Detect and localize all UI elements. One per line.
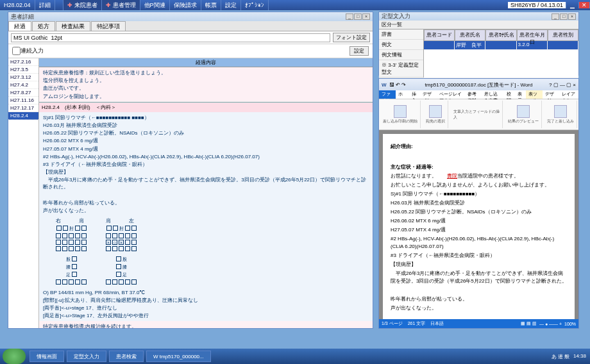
app-menubar: H28.02.04 詳細 ✚来院患者 ✚患者管理 他P関連 保険請求 帳票 設定…	[0, 0, 590, 10]
status-lang[interactable]: 日本語	[430, 320, 444, 327]
win-close-icon[interactable]: ×	[362, 13, 370, 20]
win-max-icon[interactable]: □	[560, 13, 568, 20]
task-item[interactable]: 情報画面	[30, 351, 64, 362]
word-menu-tdesign[interactable]: デザイン	[543, 90, 559, 99]
status-words[interactable]: 261 文字	[408, 320, 426, 327]
font-settings-button[interactable]: フォント設定	[333, 33, 370, 42]
menubar-blank[interactable]	[55, 0, 63, 10]
win-close-icon[interactable]: ×	[568, 13, 576, 20]
settings-button[interactable]: 設定	[350, 46, 369, 56]
ribbon-start-icon[interactable]	[394, 105, 407, 118]
word-statusbar: 1/3 ページ 261 文字 日本語 ▦ ▤ ▥ — ● —— + 100%	[379, 319, 578, 328]
col-pcode[interactable]: 患者コード	[424, 29, 455, 41]
start-button[interactable]	[3, 349, 26, 364]
zoom-level[interactable]: 100%	[564, 322, 576, 326]
date-item[interactable]: H27.3.12	[8, 74, 38, 81]
soap-block: S)#1 関節リウマチ（←■■■■■■■■■■■ ■■■■） H26.03月 福…	[39, 112, 373, 322]
nav-def-type[interactable]: ※ 3-3' 定義型定型文	[379, 60, 423, 78]
word-page-area[interactable]: 紹介理由: 主な症状・経過等: お世話になります。 貴院当院通院中の患者様です。…	[379, 130, 578, 319]
menubar-detail[interactable]: 詳細	[35, 0, 55, 10]
tab-prescription[interactable]: 処方	[32, 21, 55, 31]
word-icon: W	[382, 82, 387, 88]
word-menu-tabletools[interactable]: 表ツール	[526, 90, 543, 99]
task-item[interactable]: 定型文入力	[67, 351, 106, 362]
windows-taskbar: 情報画面 定型文入力 患者検索 W tmp5170_000000... あ 連 …	[0, 349, 590, 364]
win-max-icon[interactable]: □	[354, 13, 362, 20]
date-item[interactable]: H27.8.27	[8, 89, 38, 97]
word-menu-layout[interactable]: ページレイアウト	[437, 90, 465, 99]
date-item[interactable]: H27.3.5	[8, 66, 38, 74]
joint-chart: 右 肩 肘 股 膝 足	[43, 215, 369, 288]
win-min-icon[interactable]: _	[552, 13, 559, 20]
close-icon[interactable]: ✕	[579, 2, 590, 8]
minimize-icon[interactable]: ▁	[566, 2, 579, 8]
col-pname[interactable]: 患者氏名	[455, 29, 485, 41]
ime-status[interactable]: あ 連 般	[552, 353, 569, 360]
nav-sample[interactable]: 例文	[379, 40, 423, 50]
word-help-icon[interactable]: ? ▢ — ▢ ×	[549, 82, 576, 88]
template-title: 定型文入力	[382, 12, 410, 21]
word-menu-file[interactable]: ファイル	[379, 90, 396, 99]
continuous-input-checkbox[interactable]	[12, 47, 21, 55]
tab-progress[interactable]: 経過	[8, 21, 31, 31]
col-pdob[interactable]: 患者生年月日	[517, 29, 548, 41]
menubar-options[interactable]: ｵﾌﾟｼｮﾝ	[241, 0, 269, 10]
word-menu-design[interactable]: デザイン	[420, 90, 437, 99]
word-page[interactable]: 紹介理由: 主な症状・経過等: お世話になります。 貴院当院通院中の患者様です。…	[383, 134, 575, 319]
guidance-block: 特定疾患療養指導：規則正しい生活を送りましょう。 塩分摂取を控えましょう。 血圧…	[39, 67, 373, 102]
task-item-word[interactable]: W tmp5170_000000...	[146, 351, 211, 362]
date-item-selected[interactable]: H28.2.4	[8, 112, 38, 120]
word-menu-view[interactable]: 表示	[515, 90, 526, 99]
word-menu-tlayout[interactable]: レイアウト	[559, 90, 578, 99]
menubar-visiting-patients[interactable]: ✚来院患者	[63, 0, 102, 10]
template-titlebar: 定型文入力 _□×	[379, 12, 578, 21]
win-min-icon[interactable]: _	[346, 13, 353, 20]
patient-row-selected[interactable]: 岸野 良平 3.2.0	[424, 41, 578, 50]
guidance-footer: 特定疾患療養指導:内服治療を続けます。	[39, 321, 373, 328]
word-titlebar: W 🖫 ↶ ↷ tmp5170_0000000187.doc [互換モード] -…	[379, 79, 578, 90]
patient-grid[interactable]: 患者コード 患者氏名 患者ｶﾅ氏名 患者生年月日 患者性別 岸野 良平 3.2.…	[424, 29, 578, 78]
date-item[interactable]: H27.12.17	[8, 104, 38, 112]
desktop: H28.02.04 詳細 ✚来院患者 ✚患者管理 他P関連 保険請求 帳票 設定…	[0, 0, 590, 364]
nav-sample-info[interactable]: 例文情報	[379, 50, 423, 60]
continuous-input-label: 連続入力	[21, 47, 44, 55]
col-psex[interactable]: 患者性別	[548, 29, 578, 41]
font-input[interactable]	[11, 33, 330, 42]
menubar-insurance[interactable]: 保険請求	[170, 0, 201, 10]
menubar-settings[interactable]: 設定	[221, 0, 241, 10]
menubar-other-related[interactable]: 他P関連	[140, 0, 170, 10]
status-page[interactable]: 1/3 ページ	[382, 320, 403, 327]
menubar-patient-mgmt[interactable]: ✚患者管理	[102, 0, 140, 10]
word-menu-review[interactable]: 校閲	[504, 90, 515, 99]
col-pkana[interactable]: 患者ｶﾅ氏名	[485, 29, 516, 41]
word-window: W 🖫 ↶ ↷ tmp5170_0000000187.doc [互換モード] -…	[378, 78, 579, 329]
merge-field: 貴院	[447, 173, 457, 179]
clock[interactable]: 14:38	[573, 353, 586, 360]
visit-date-list[interactable]: H27.2.16 H27.3.5 H27.3.12 H27.4.2 H27.8.…	[8, 58, 39, 328]
word-menu-insert[interactable]: 挿入	[409, 90, 420, 99]
tab-notes[interactable]: 特記事項	[91, 21, 126, 31]
ribbon-recipients-icon[interactable]	[429, 105, 442, 118]
zoom-slider[interactable]: — ● —— +	[539, 322, 562, 326]
system-id: SH826YB / 04.13.01	[508, 2, 566, 8]
ribbon-finish-icon[interactable]	[554, 105, 567, 118]
nav-dict[interactable]: 辞書	[379, 29, 423, 40]
menubar-date: H28.02.04	[0, 0, 35, 10]
date-item[interactable]: H27.11.16	[8, 97, 38, 104]
date-item[interactable]: H27.4.2	[8, 81, 38, 89]
view-icons[interactable]: ▦ ▤ ▥	[521, 321, 537, 326]
word-menu: ファイル ホーム 挿入 デザイン ページレイアウト 参考資料 差し込み文書 校閲…	[379, 90, 578, 99]
menubar-reports[interactable]: 帳票	[201, 0, 221, 10]
word-menu-ref[interactable]: 参考資料	[465, 90, 482, 99]
word-menu-home[interactable]: ホーム	[396, 90, 409, 99]
word-ribbon: 差し込み印刷の開始 宛先の選択 文章入力とフィールドの挿入 結果のプレビュー 完…	[379, 99, 578, 130]
emr-titlebar: 患者詳細 _□×	[8, 12, 373, 21]
emr-window: 患者詳細 _□× 経過 処方 検査結果 特記事項 フォント設定 連続入力 設定 …	[8, 12, 373, 329]
tab-labresults[interactable]: 検査結果	[56, 21, 90, 31]
date-item[interactable]: H27.2.16	[8, 58, 38, 66]
ribbon-preview-icon[interactable]	[517, 105, 530, 118]
visit-header: H28.2.4 (杉本 利則) ＜内科＞	[39, 103, 373, 112]
record-scroll[interactable]: 特定疾患療養指導：規則正しい生活を送りましょう。 塩分摂取を控えましょう。 血圧…	[39, 67, 373, 328]
task-item[interactable]: 患者検索	[109, 351, 144, 362]
word-menu-mailings[interactable]: 差し込み文書	[482, 90, 504, 99]
